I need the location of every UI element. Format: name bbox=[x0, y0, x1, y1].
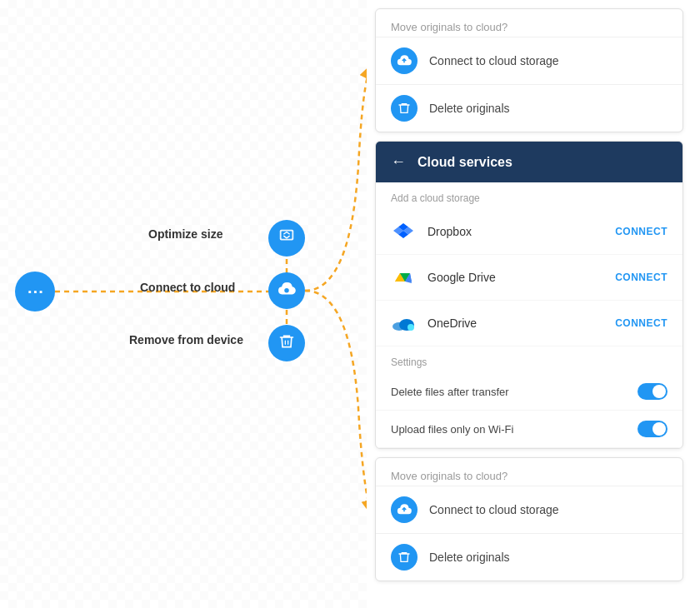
wifi-only-toggle[interactable] bbox=[638, 421, 668, 437]
bottom-connect-cloud-text: Connect to cloud storage bbox=[429, 503, 559, 516]
delete-originals-text: Delete originals bbox=[429, 102, 510, 115]
connect-to-cloud-item[interactable]: Connect to cloud storage bbox=[376, 37, 682, 84]
bottom-delete-originals-text: Delete originals bbox=[429, 551, 510, 564]
delete-after-transfer-text: Delete files after transfer bbox=[391, 386, 626, 398]
dropbox-connect-button[interactable]: CONNECT bbox=[615, 226, 668, 237]
top-move-originals-card: Move originals to cloud? Connect to clou… bbox=[375, 8, 683, 132]
cloud-services-panel: ← Cloud services Add a cloud storage Dro… bbox=[375, 141, 683, 449]
wifi-only-text: Upload files only on Wi-Fi bbox=[391, 423, 626, 436]
onedrive-connect-button[interactable]: CONNECT bbox=[615, 317, 668, 329]
googledrive-icon bbox=[391, 265, 416, 290]
delete-after-transfer-toggle[interactable] bbox=[638, 383, 668, 400]
svg-point-6 bbox=[284, 288, 289, 293]
onedrive-icon bbox=[391, 311, 416, 336]
onedrive-row[interactable]: OneDrive CONNECT bbox=[376, 301, 682, 346]
bottom-connect-to-cloud-item[interactable]: Connect to cloud storage bbox=[376, 486, 682, 533]
onedrive-name: OneDrive bbox=[428, 316, 603, 330]
back-button[interactable]: ← bbox=[391, 153, 406, 171]
googledrive-connect-button[interactable]: CONNECT bbox=[615, 272, 668, 283]
connect-circle[interactable] bbox=[268, 272, 305, 309]
optimize-circle[interactable] bbox=[268, 220, 305, 257]
dropbox-name: Dropbox bbox=[428, 225, 603, 238]
connect-cloud-text: Connect to cloud storage bbox=[429, 54, 559, 67]
bottom-delete-icon bbox=[391, 544, 418, 571]
trash-icon bbox=[278, 333, 295, 354]
googledrive-row[interactable]: Google Drive CONNECT bbox=[376, 255, 682, 301]
add-storage-label: Add a cloud storage bbox=[376, 182, 682, 209]
top-card-label: Move originals to cloud? bbox=[376, 9, 682, 37]
dropbox-icon bbox=[391, 219, 416, 244]
delete-originals-item[interactable]: Delete originals bbox=[376, 84, 682, 132]
connect-cloud-icon bbox=[391, 47, 418, 74]
main-action-circle[interactable]: ⋯ bbox=[15, 272, 55, 311]
optimize-icon bbox=[278, 227, 296, 250]
bottom-connect-cloud-icon bbox=[391, 496, 418, 523]
svg-point-10 bbox=[408, 324, 414, 331]
delete-icon bbox=[391, 95, 418, 122]
panel-title: Cloud services bbox=[418, 155, 512, 170]
remove-circle[interactable] bbox=[268, 325, 305, 361]
bottom-move-originals-card: Move originals to cloud? Connect to clou… bbox=[375, 457, 683, 581]
dotted-lines-svg bbox=[0, 0, 367, 608]
panels-area: Move originals to cloud? Connect to clou… bbox=[375, 8, 683, 590]
googledrive-name: Google Drive bbox=[428, 271, 603, 284]
bottom-card-label: Move originals to cloud? bbox=[376, 458, 682, 486]
panel-header: ← Cloud services bbox=[376, 142, 682, 182]
settings-label: Settings bbox=[376, 346, 682, 373]
optimize-label: Optimize size bbox=[148, 227, 222, 241]
ellipsis-icon: ⋯ bbox=[27, 282, 43, 302]
bottom-delete-originals-item[interactable]: Delete originals bbox=[376, 533, 682, 581]
dropbox-row[interactable]: Dropbox CONNECT bbox=[376, 209, 682, 255]
cloud-connect-icon bbox=[278, 280, 296, 302]
connect-label: Connect to cloud bbox=[140, 281, 235, 294]
delete-after-transfer-row[interactable]: Delete files after transfer bbox=[376, 373, 682, 411]
svg-point-7 bbox=[286, 285, 288, 287]
wifi-only-row[interactable]: Upload files only on Wi-Fi bbox=[376, 411, 682, 448]
remove-label: Remove from device bbox=[129, 333, 243, 346]
diagram-area: ⋯ Optimize size Connect to cloud bbox=[0, 0, 367, 608]
